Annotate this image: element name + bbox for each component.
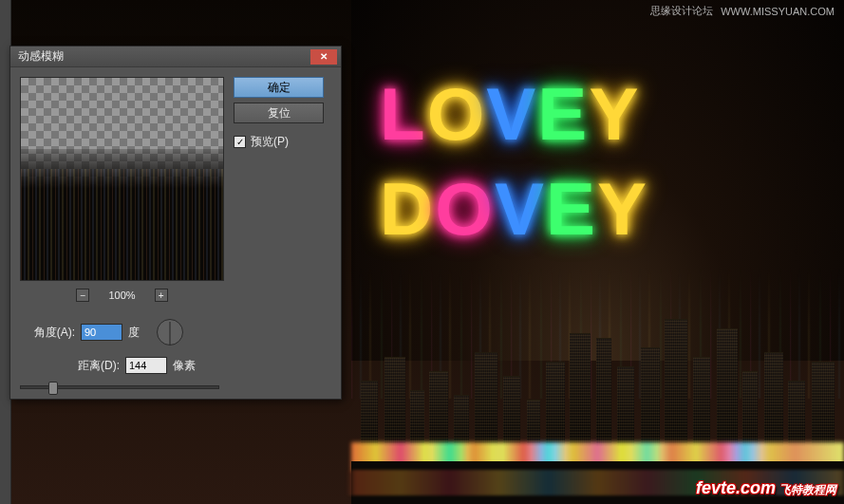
neon-char: Y xyxy=(589,71,640,158)
blur-controls: 角度(A): 度 距离(D): 像素 xyxy=(20,319,224,389)
neon-char: V xyxy=(495,166,546,252)
preview-label: 预览(P) xyxy=(251,134,289,150)
angle-label: 角度(A): xyxy=(20,325,75,341)
zoom-in-button[interactable]: + xyxy=(155,289,168,302)
angle-unit: 度 xyxy=(128,325,140,341)
distance-label: 距离(D): xyxy=(20,358,120,374)
ok-label: 确定 xyxy=(268,80,291,96)
neon-char: Y xyxy=(597,166,648,252)
distance-input[interactable] xyxy=(125,357,167,374)
watermark-subtitle: 飞特教程网 xyxy=(779,482,836,498)
preview-blur-streaks xyxy=(21,169,223,280)
dialog-right-column: 确定 复位 ✓ 预览(P) xyxy=(234,77,324,389)
preview-checkbox[interactable]: ✓ xyxy=(234,136,246,148)
zoom-out-button[interactable]: − xyxy=(76,289,89,302)
neon-char: V xyxy=(486,71,537,158)
slider-thumb[interactable] xyxy=(48,382,58,395)
dialog-titlebar[interactable]: 动感模糊 ✕ xyxy=(10,47,341,67)
neon-char: L xyxy=(380,71,427,158)
neon-char: D xyxy=(380,166,435,252)
zoom-controls: − 100% + xyxy=(20,289,224,302)
minus-icon: − xyxy=(81,290,86,301)
neon-char: O xyxy=(427,71,487,158)
preview-thumbnail[interactable] xyxy=(20,77,224,281)
zoom-value: 100% xyxy=(108,289,135,301)
neon-char: O xyxy=(435,166,495,252)
neon-text-line2: D O V E Y xyxy=(380,166,835,252)
watermark-domain: fevte.com xyxy=(696,478,776,498)
dialog-body: − 100% + 角度(A): 度 距离(D): 像素 xyxy=(10,67,341,399)
reset-label: 复位 xyxy=(268,105,291,121)
distance-row: 距离(D): 像素 xyxy=(20,357,224,374)
distance-slider[interactable] xyxy=(20,385,219,389)
dialog-title: 动感模糊 xyxy=(18,48,310,65)
close-icon: ✕ xyxy=(320,51,328,62)
neon-char: E xyxy=(537,71,589,158)
watermark-url: WWW.MISSYUAN.COM xyxy=(721,6,835,17)
top-watermark: 思缘设计论坛 WWW.MISSYUAN.COM xyxy=(650,4,835,18)
plus-icon: + xyxy=(159,290,164,301)
angle-input[interactable] xyxy=(81,324,122,341)
neon-text-line1: L O V E Y xyxy=(380,71,835,158)
reset-button[interactable]: 复位 xyxy=(234,103,324,123)
bottom-watermark: fevte.com 飞特教程网 xyxy=(696,478,836,498)
close-button[interactable]: ✕ xyxy=(310,49,337,65)
angle-dial[interactable] xyxy=(157,319,183,345)
angle-row: 角度(A): 度 xyxy=(20,319,224,345)
motion-blur-dialog: 动感模糊 ✕ − 100% + 角度(A): xyxy=(9,46,342,400)
check-icon: ✓ xyxy=(236,137,244,147)
ok-button[interactable]: 确定 xyxy=(234,77,324,98)
dialog-left-column: − 100% + 角度(A): 度 距离(D): 像素 xyxy=(20,77,224,389)
watermark-text: 思缘设计论坛 xyxy=(650,4,713,18)
preview-checkbox-row: ✓ 预览(P) xyxy=(234,134,324,150)
neon-char: E xyxy=(546,166,597,252)
distance-unit: 像素 xyxy=(173,358,196,374)
